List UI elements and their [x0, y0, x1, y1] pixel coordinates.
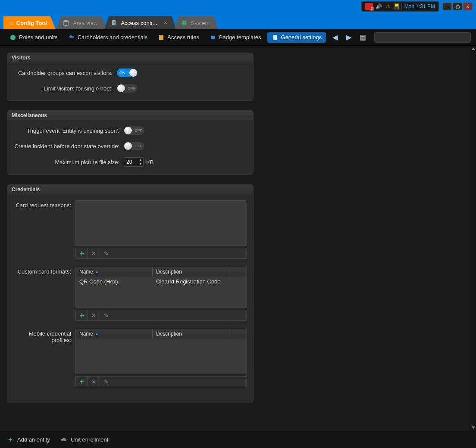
- profiles-edit-button[interactable]: ✎: [100, 376, 112, 387]
- svg-point-6: [72, 36, 74, 38]
- volume-icon[interactable]: 🔊: [376, 3, 382, 10]
- formats-label: Custom card formats:: [13, 267, 75, 275]
- globe-icon: [181, 19, 188, 26]
- tab-system[interactable]: System: [175, 16, 218, 29]
- svg-point-0: [63, 20, 69, 22]
- clock: Mon 1:31 PM: [404, 3, 435, 9]
- scrollbar[interactable]: [471, 46, 476, 431]
- tab-close-icon[interactable]: ✕: [163, 20, 168, 26]
- svg-rect-9: [273, 35, 277, 40]
- close-button[interactable]: ✕: [463, 3, 473, 10]
- alert-icon[interactable]: [365, 3, 373, 10]
- spin-down[interactable]: ▼: [138, 162, 143, 166]
- home-icon: ⌂: [9, 20, 13, 26]
- search-input[interactable]: [374, 32, 471, 43]
- reasons-delete-button[interactable]: ✕: [88, 248, 100, 258]
- profiles-grid[interactable]: Name▲ Description: [75, 329, 247, 374]
- formats-grid[interactable]: Name▲ Description QR Code (Hex) ClearId …: [75, 267, 247, 308]
- subnav-rules[interactable]: Access rules: [153, 32, 204, 43]
- plus-icon: ＋: [7, 435, 14, 444]
- system-tray: 🔊 ⚠ Mon 1:31 PM: [361, 1, 439, 12]
- escort-toggle[interactable]: ON: [117, 68, 138, 77]
- nav-forward-button[interactable]: ▶: [344, 33, 354, 42]
- pic-size-unit: KB: [146, 159, 153, 165]
- profiles-delete-button[interactable]: ✕: [88, 376, 100, 387]
- maximize-button[interactable]: ▢: [453, 3, 462, 10]
- reasons-add-button[interactable]: +: [76, 248, 88, 258]
- add-entity-button[interactable]: ＋ Add an entity: [7, 435, 50, 444]
- subnav-badge[interactable]: Badge templates: [205, 32, 266, 43]
- incident-toggle[interactable]: OFF: [124, 142, 144, 150]
- door-icon: [110, 19, 117, 26]
- reasons-label: Card request reasons:: [13, 200, 75, 208]
- nav-back-button[interactable]: ◀: [330, 33, 340, 42]
- profiles-label: Mobile credential profiles:: [13, 329, 75, 343]
- reasons-edit-button[interactable]: ✎: [100, 248, 112, 258]
- panel-visitors: Visitors Cardholder groups can escort vi…: [7, 53, 254, 101]
- people-icon: [68, 34, 75, 41]
- panel-credentials: Credentials Card request reasons: + ✕ ✎: [7, 184, 254, 403]
- tab-access-control[interactable]: Access contr... ✕: [104, 16, 176, 29]
- panel-misc: Miscellaneous Trigger event 'Entity is e…: [7, 110, 254, 175]
- escort-label: Cardholder groups can escort visitors:: [13, 70, 117, 76]
- rules-icon: [158, 34, 165, 41]
- panel-header: Visitors: [7, 53, 253, 62]
- nav-grid-icon[interactable]: ▤: [358, 33, 367, 42]
- limit-label: Limit visitors for single host:: [13, 85, 117, 92]
- incident-label: Create incident before door state overri…: [13, 143, 124, 149]
- battery-icon: [395, 3, 399, 9]
- subnav-roles[interactable]: Roles and units: [5, 32, 62, 43]
- profiles-add-button[interactable]: +: [76, 376, 88, 387]
- trigger-toggle[interactable]: OFF: [124, 126, 144, 135]
- svg-rect-8: [211, 36, 215, 39]
- sort-asc-icon: ▲: [95, 270, 99, 274]
- svg-point-5: [69, 35, 72, 38]
- svg-point-4: [10, 35, 16, 40]
- trigger-label: Trigger event 'Entity is expiring soon':: [13, 128, 124, 134]
- formats-delete-button[interactable]: ✕: [88, 310, 100, 320]
- unit-enrollment-button[interactable]: Unit enrollment: [60, 436, 108, 444]
- pic-size-label: Maximum picture file size:: [13, 159, 124, 165]
- subnav-general[interactable]: General settings: [267, 32, 326, 43]
- svg-rect-12: [63, 438, 65, 439]
- roles-icon: [9, 34, 16, 41]
- svg-rect-7: [159, 35, 163, 40]
- database-icon: [63, 19, 69, 26]
- svg-point-2: [114, 22, 115, 23]
- tab-area-view[interactable]: Area view: [56, 16, 106, 29]
- tab-config-tool[interactable]: ⌂ Config Tool: [3, 16, 56, 29]
- panel-header: Miscellaneous: [7, 111, 253, 120]
- grid-row[interactable]: QR Code (Hex) ClearId Registration Code: [76, 277, 247, 286]
- panel-header: Credentials: [7, 185, 253, 194]
- badge-icon: [210, 34, 216, 41]
- spin-up[interactable]: ▲: [138, 158, 143, 162]
- sort-asc-icon: ▲: [95, 332, 99, 336]
- formats-edit-button[interactable]: ✎: [100, 310, 112, 320]
- limit-toggle[interactable]: OFF: [117, 84, 138, 93]
- subnav-cardholders[interactable]: Cardholders and credentials: [64, 32, 152, 43]
- settings-door-icon: [272, 34, 279, 41]
- warning-icon[interactable]: ⚠: [385, 3, 392, 10]
- formats-add-button[interactable]: +: [76, 310, 88, 320]
- binoculars-icon: [60, 436, 67, 444]
- reasons-listbox[interactable]: [75, 200, 247, 246]
- minimize-button[interactable]: —: [442, 3, 452, 10]
